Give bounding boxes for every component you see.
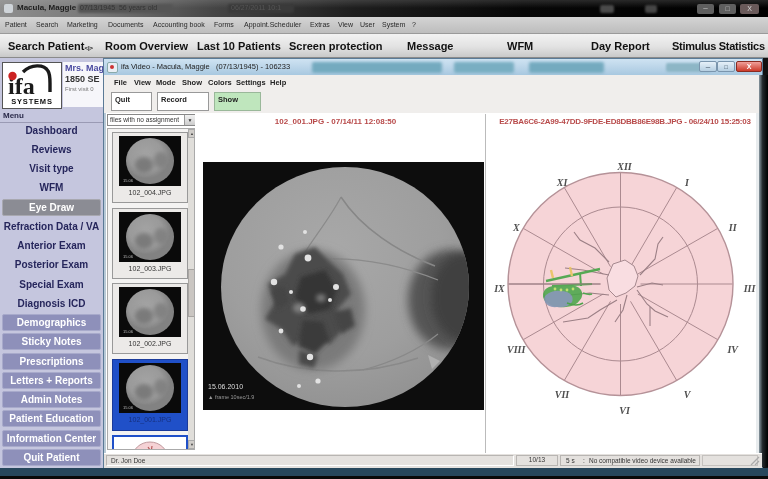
svg-text:VIII: VIII (507, 344, 526, 355)
svg-text:▲ frame 10sec/1.9: ▲ frame 10sec/1.9 (208, 394, 254, 400)
svg-text:15.06: 15.06 (123, 178, 134, 183)
svg-text:I: I (684, 177, 690, 188)
svg-text:VI: VI (619, 405, 631, 416)
svg-text:15.06: 15.06 (123, 329, 134, 334)
svg-text:15.06.2010: 15.06.2010 (208, 383, 243, 390)
svg-text:XII: XII (616, 161, 633, 172)
svg-text:XI: XI (556, 177, 569, 188)
svg-text:III: III (743, 283, 757, 294)
svg-text:V: V (684, 389, 692, 400)
svg-text:IV: IV (726, 344, 739, 355)
svg-text:II: II (728, 222, 738, 233)
svg-text:15.06: 15.06 (123, 254, 134, 259)
svg-text:SYSTEMS: SYSTEMS (11, 97, 52, 106)
svg-text:15.06: 15.06 (123, 405, 134, 410)
svg-text:X: X (512, 222, 520, 233)
svg-text:VII: VII (555, 389, 571, 400)
svg-text:IX: IX (493, 283, 505, 294)
